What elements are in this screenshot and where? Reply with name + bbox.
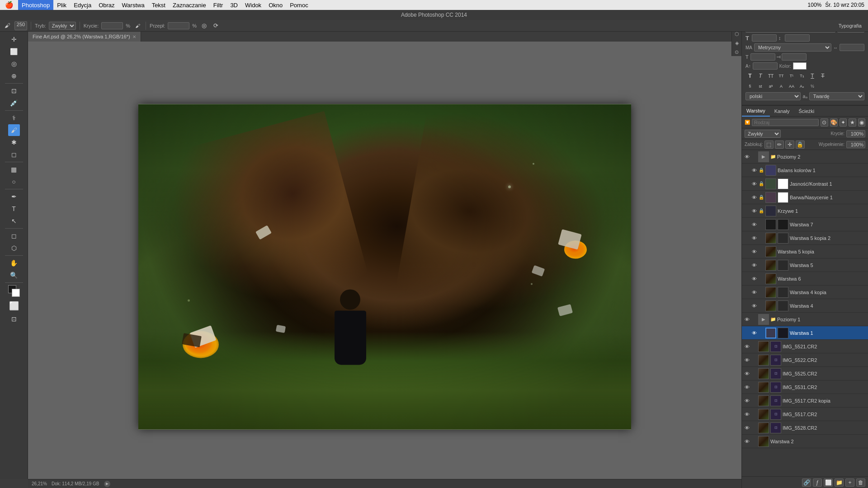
shape-tool[interactable]: ◻ xyxy=(8,230,20,242)
tryb-select[interactable]: Zwykły xyxy=(49,22,76,30)
layer-row-w6[interactable]: 👁 Warstwa 6 xyxy=(742,272,868,286)
layer-row-w4k[interactable]: 👁 Warstwa 4 kopia xyxy=(742,286,868,299)
scale-v-input[interactable]: 100% xyxy=(782,53,807,61)
layer-row-poziomy2[interactable]: 👁 ▶ 📁 Poziomy 2 xyxy=(742,150,868,164)
vis-w5k[interactable]: 👁 xyxy=(751,249,757,255)
crop-tool[interactable]: ⊡ xyxy=(8,85,20,97)
menu-okno[interactable]: Okno xyxy=(265,0,286,10)
filter-smart-btn[interactable]: ✦ xyxy=(840,118,847,127)
tab-kanaly[interactable]: Kanały xyxy=(770,106,794,117)
lock-position-btn[interactable]: ✛ xyxy=(785,141,794,149)
delete-layer-btn[interactable]: 🗑 xyxy=(856,479,865,487)
layer-row-img5528[interactable]: 👁 ⊡ IMG_5528.CR2 xyxy=(742,421,868,435)
vis-w4k[interactable]: 👁 xyxy=(751,289,757,296)
clone-stamp-tool[interactable]: ✱ xyxy=(8,136,20,148)
gradient-tool[interactable]: ▦ xyxy=(8,164,20,175)
discretionary-icon[interactable]: ½ xyxy=(808,82,817,91)
layer-row-balans[interactable]: 👁 🔒 Balans kolorów 1 xyxy=(742,164,868,177)
layer-row-img5517k[interactable]: 👁 ⊡ IMG_5517.CR2 kopia xyxy=(742,394,868,408)
airbrush-icon[interactable]: ◎ xyxy=(199,21,208,30)
menu-obraz[interactable]: Obraz xyxy=(95,0,118,10)
layer-row-jasnosc[interactable]: 👁 🔒 Jasność/Kontrast 1 xyxy=(742,177,868,191)
menu-zaznaczanie[interactable]: Zaznaczanie xyxy=(169,0,210,10)
menu-3d[interactable]: 3D xyxy=(226,0,241,10)
fill-input[interactable] xyxy=(846,141,865,148)
ordinal-icon[interactable]: aª xyxy=(766,82,775,91)
vis-krzywe[interactable]: 👁 xyxy=(751,208,757,214)
layer-row-krzywe[interactable]: 👁 🔒 Krzywe 1 xyxy=(742,204,868,218)
scale-h-input[interactable]: 100% xyxy=(750,53,775,61)
italic-icon[interactable]: T xyxy=(756,71,765,80)
brush-tool-icon[interactable]: 🖌 xyxy=(3,21,12,30)
menu-tekst[interactable]: Tekst xyxy=(148,0,169,10)
font-size-input[interactable]: 36,5 pks. xyxy=(752,34,777,42)
vis-barwa[interactable]: 👁 xyxy=(751,194,757,201)
contextual-icon[interactable]: Aₐ xyxy=(797,82,807,91)
brush-size-input[interactable]: 250 xyxy=(14,21,27,30)
text-tool[interactable]: T xyxy=(8,203,20,215)
pen-tool[interactable]: ✒ xyxy=(8,191,20,202)
layer-row-w5k[interactable]: 👁 Warstwa 5 kopia xyxy=(742,245,868,258)
blend-mode-select[interactable]: Zwykły xyxy=(745,130,781,138)
layer-row-img5521[interactable]: 👁 ⊡ IMG_5521.CR2 xyxy=(742,340,868,353)
baseline-input[interactable]: 0 pks. xyxy=(753,62,778,70)
vis-poziomy1[interactable]: 👁 xyxy=(744,316,750,323)
zoom-tool[interactable]: 🔍 xyxy=(8,269,20,281)
lasso-tool[interactable]: ◎ xyxy=(8,58,20,70)
language-select[interactable]: polski xyxy=(745,92,801,100)
vis-img5531[interactable]: 👁 xyxy=(744,384,750,390)
layers-list[interactable]: 👁 ▶ 📁 Poziomy 2 👁 🔒 Balans kolorów 1 👁 🔒… xyxy=(742,150,868,476)
layer-row-w1[interactable]: 👁 Warstwa 1 xyxy=(742,326,868,340)
menu-edycja[interactable]: Edycja xyxy=(70,0,95,10)
subscript-icon[interactable]: T₁ xyxy=(797,71,807,80)
path-select-tool[interactable]: ↖ xyxy=(8,215,20,227)
leading-input[interactable]: 70 pks. xyxy=(785,34,810,42)
layer-row-img5517[interactable]: 👁 ⊡ IMG_5517.CR2 xyxy=(742,408,868,421)
vis-jasnosc[interactable]: 👁 xyxy=(751,181,757,187)
vis-img5521[interactable]: 👁 xyxy=(744,343,750,350)
screen-mode[interactable]: ⊡ xyxy=(8,313,20,325)
panel-icon-4[interactable]: ◈ xyxy=(733,39,741,47)
vis-w5[interactable]: 👁 xyxy=(751,262,757,268)
kerning-input[interactable]: 0 xyxy=(840,44,864,51)
vis-w5k2[interactable]: 👁 xyxy=(751,235,757,241)
vis-img5517[interactable]: 👁 xyxy=(744,411,750,418)
smallcaps-icon[interactable]: TT xyxy=(777,71,786,80)
antialias-select[interactable]: Twardę xyxy=(809,92,864,100)
filter-type-btn[interactable]: ⊙ xyxy=(821,118,828,127)
vis-balans[interactable]: 👁 xyxy=(751,167,757,174)
tracking-select[interactable]: Metryczny xyxy=(754,43,831,52)
layer-row-w7[interactable]: 👁 Warstwa 7 xyxy=(742,218,868,231)
brush-tool[interactable]: 🖌 xyxy=(8,124,20,136)
vis-img5522[interactable]: 👁 xyxy=(744,357,750,363)
opacity-layers-input[interactable] xyxy=(846,130,865,137)
superscript-icon[interactable]: T¹ xyxy=(787,71,796,80)
smoothing-icon[interactable]: ⟳ xyxy=(211,21,220,30)
underline-icon[interactable]: T xyxy=(808,71,817,80)
layer-row-img5525[interactable]: 👁 ⊡ IMG_5525.CR2 xyxy=(742,367,868,380)
lock-pixel-btn[interactable]: ✏ xyxy=(775,141,784,149)
dodge-tool[interactable]: ○ xyxy=(8,176,20,188)
menu-widok[interactable]: Widok xyxy=(241,0,265,10)
new-group-btn[interactable]: 📁 xyxy=(835,479,844,487)
vis-poziomy2[interactable]: 👁 xyxy=(744,154,750,160)
vis-w7[interactable]: 👁 xyxy=(751,221,757,228)
layer-row-img5522[interactable]: 👁 ⊡ IMG_5522.CR2 xyxy=(742,353,868,367)
add-style-btn[interactable]: ƒ xyxy=(813,479,822,487)
menu-plik[interactable]: Plik xyxy=(53,0,70,10)
new-layer-btn[interactable]: + xyxy=(845,479,854,487)
krycie-brush-icon[interactable]: 🖌 xyxy=(133,21,142,30)
layer-row-w4[interactable]: 👁 Warstwa 4 xyxy=(742,299,868,313)
vis-img5517k[interactable]: 👁 xyxy=(744,398,750,404)
filter-color-btn[interactable]: 🎨 xyxy=(830,118,838,127)
panel-icon-5[interactable]: ⊙ xyxy=(733,48,741,56)
vis-w1[interactable]: 👁 xyxy=(751,330,757,336)
swash-icon[interactable]: A xyxy=(777,82,786,91)
rect-select-tool[interactable]: ⬜ xyxy=(8,46,20,57)
menu-pomoc[interactable]: Pomoc xyxy=(286,0,311,10)
color-swatch[interactable] xyxy=(8,285,20,297)
menu-photoshop[interactable]: Photoshop xyxy=(18,0,53,10)
layer-row-img5531[interactable]: 👁 ⊡ IMG_5531.CR2 xyxy=(742,380,868,394)
frac-icon[interactable]: st xyxy=(756,82,765,91)
eyedropper-tool[interactable]: 💉 xyxy=(8,97,20,109)
